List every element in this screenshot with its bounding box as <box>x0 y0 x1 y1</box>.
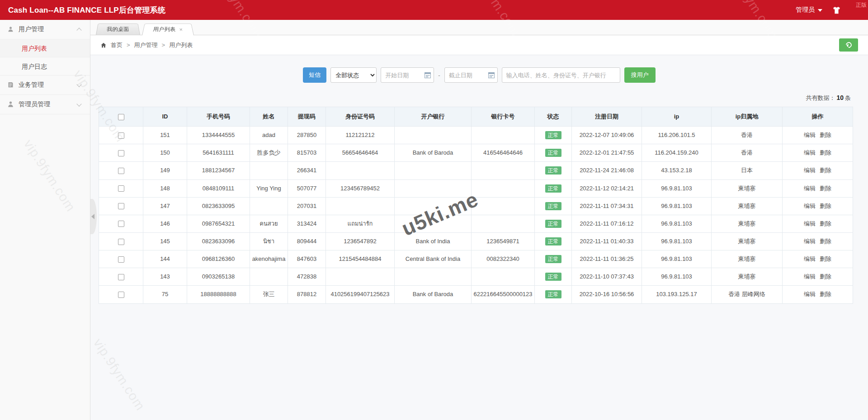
delete-link[interactable]: 删除 <box>820 202 831 211</box>
cell-withdraw_code: 847603 <box>288 250 326 268</box>
cell-ip_location: 日本 <box>712 162 783 179</box>
breadcrumb-home[interactable]: 首页 <box>111 41 123 49</box>
sidebar-group-业务管理[interactable]: 业务管理 <box>0 76 90 94</box>
cell-ip_location: 柬埔寨 <box>712 268 783 286</box>
cell-withdraw_code: 878812 <box>288 286 326 303</box>
row-checkbox[interactable] <box>118 185 124 192</box>
cell-status: 正常 <box>535 215 572 232</box>
tab-我的桌面[interactable]: 我的桌面 <box>96 24 140 35</box>
tab-用户列表[interactable]: 用户列表× <box>142 24 194 35</box>
col-header: ID <box>143 107 187 127</box>
sidebar-item-用户列表[interactable]: 用户列表 <box>0 39 90 57</box>
cell-id_card: 1215454484884 <box>326 250 395 268</box>
sidebar-group-管理员管理[interactable]: 管理员管理 <box>0 95 90 114</box>
status-filter-select[interactable]: 全部状态 <box>330 67 377 83</box>
sidebar-item-用户日志[interactable]: 用户日志 <box>0 57 90 75</box>
cell-actions: 编辑删除 <box>783 232 853 250</box>
table-panel: 共有数据：10条 ID手机号码姓名提现码身份证号码开户银行银行卡号状态注册日期i… <box>99 90 853 304</box>
row-actions: 编辑删除 <box>804 237 831 246</box>
delete-link[interactable]: 删除 <box>820 272 831 281</box>
status-badge: 正常 <box>545 166 561 175</box>
cell-ip_location: 香港 <box>712 144 783 162</box>
breadcrumb-user-mgmt[interactable]: 用户管理 <box>134 41 158 49</box>
edit-link[interactable]: 编辑 <box>804 166 816 175</box>
cell-reg_date: 2022-12-01 21:47:55 <box>572 144 642 162</box>
table-row: 1440968126360akenohajima8476031215454484… <box>99 250 853 268</box>
cell-id_card: 112121212 <box>326 127 395 144</box>
delete-link[interactable]: 删除 <box>820 166 831 175</box>
table-row: 1430903265138472838正常2022-11-10 07:37:43… <box>99 268 853 286</box>
cell-ip_location: 香港 层峰网络 <box>712 286 783 303</box>
tab-bar: 我的桌面用户列表× <box>90 20 868 35</box>
delete-link[interactable]: 删除 <box>820 184 831 193</box>
status-badge: 正常 <box>545 290 561 298</box>
row-checkbox[interactable] <box>118 274 124 280</box>
delete-link[interactable]: 删除 <box>820 237 831 246</box>
edit-link[interactable]: 编辑 <box>804 290 816 299</box>
table-row: 7518888888888张三878812410256199407125623B… <box>99 286 853 303</box>
row-checkbox[interactable] <box>118 132 124 139</box>
top-header: Cash Loan--AB FINANCE LLP后台管理系统 管理员 <box>0 0 868 20</box>
search-user-button[interactable]: 搜用户 <box>624 67 656 83</box>
row-checkbox[interactable] <box>118 221 124 227</box>
cell-phone: 0987654321 <box>187 215 250 232</box>
cell-ip_location: 柬埔寨 <box>712 250 783 268</box>
sms-button[interactable]: 短信 <box>303 67 326 83</box>
theme-shirt-icon[interactable] <box>832 6 841 14</box>
status-badge: 正常 <box>545 202 561 210</box>
table-row: 1505641631111胜多负少81570356654646464Bank o… <box>99 144 853 162</box>
cell-id: 144 <box>143 250 187 268</box>
edit-link[interactable]: 编辑 <box>804 184 816 193</box>
edit-link[interactable]: 编辑 <box>804 148 816 157</box>
row-checkbox[interactable] <box>118 203 124 209</box>
cell-name: นิชา <box>250 232 288 250</box>
cell-actions: 编辑删除 <box>783 162 853 179</box>
row-checkbox[interactable] <box>118 168 124 174</box>
edit-link[interactable]: 编辑 <box>804 202 816 211</box>
refresh-button[interactable] <box>839 38 858 52</box>
cell-bank: Central Bank of India <box>395 250 472 268</box>
cell-name: Ying Ying <box>250 179 288 197</box>
cell-ip: 96.9.81.103 <box>642 179 712 197</box>
row-checkbox[interactable] <box>118 239 124 245</box>
table-header-row: ID手机号码姓名提现码身份证号码开户银行银行卡号状态注册日期ipip归属地操作 <box>99 107 853 127</box>
delete-link[interactable]: 删除 <box>820 290 831 299</box>
delete-link[interactable]: 删除 <box>820 131 831 140</box>
cell-id_card: 1236547892 <box>326 232 395 250</box>
start-date-input[interactable] <box>381 67 434 83</box>
cell-ip_location: 柬埔寨 <box>712 215 783 232</box>
chevron-down-icon <box>76 82 81 87</box>
tab-close-icon[interactable]: × <box>179 26 183 32</box>
cell-select <box>99 286 143 303</box>
row-checkbox[interactable] <box>118 150 124 156</box>
cell-id: 147 <box>143 197 187 215</box>
edit-link[interactable]: 编辑 <box>804 237 816 246</box>
table-row: 1450823633096นิชา8094441236547892Bank of… <box>99 232 853 250</box>
delete-link[interactable]: 删除 <box>820 148 831 157</box>
cell-withdraw_code: 507077 <box>288 179 326 197</box>
delete-link[interactable]: 删除 <box>820 219 831 228</box>
search-input[interactable] <box>502 67 620 83</box>
row-checkbox[interactable] <box>118 292 124 298</box>
admin-menu[interactable]: 管理员 <box>796 6 822 14</box>
edit-link[interactable]: 编辑 <box>804 255 816 264</box>
cell-withdraw_code: 287850 <box>288 127 326 144</box>
cell-reg_date: 2022-10-16 10:56:56 <box>572 286 642 303</box>
edit-link[interactable]: 编辑 <box>804 131 816 140</box>
edit-link[interactable]: 编辑 <box>804 219 816 228</box>
cell-bank: Bank of Baroda <box>395 144 472 162</box>
home-icon <box>100 42 107 48</box>
row-actions: 编辑删除 <box>804 219 831 228</box>
col-header: 操作 <box>783 107 853 127</box>
row-actions: 编辑删除 <box>804 202 831 211</box>
breadcrumb-user-list[interactable]: 用户列表 <box>169 41 193 49</box>
sidebar-group-用户管理[interactable]: 用户管理 <box>0 20 90 39</box>
row-checkbox[interactable] <box>118 256 124 263</box>
cell-name <box>250 197 288 215</box>
cell-ip: 96.9.81.103 <box>642 197 712 215</box>
end-date-input[interactable] <box>444 67 498 83</box>
cell-actions: 编辑删除 <box>783 286 853 303</box>
select-all-checkbox[interactable] <box>118 114 124 120</box>
delete-link[interactable]: 删除 <box>820 255 831 264</box>
edit-link[interactable]: 编辑 <box>804 272 816 281</box>
